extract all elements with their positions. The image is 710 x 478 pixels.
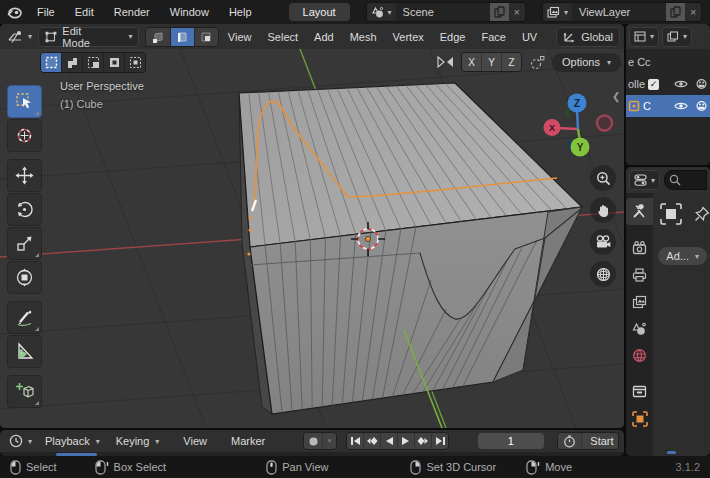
menu-edge[interactable]: Edge — [433, 28, 473, 46]
outliner-row-cube[interactable]: C — [626, 95, 710, 117]
tool-transform[interactable] — [7, 261, 42, 294]
menu-playback[interactable]: Playback▾ — [38, 432, 107, 450]
timeline-playhead[interactable] — [56, 453, 97, 456]
pan-button[interactable] — [590, 197, 616, 223]
jump-to-end-button[interactable] — [431, 433, 448, 449]
tool-annotate[interactable] — [7, 301, 42, 334]
select-extend-button[interactable] — [61, 53, 82, 72]
vertex-select-button[interactable] — [146, 28, 169, 46]
tab-world[interactable] — [626, 342, 653, 369]
properties-editor-type-button[interactable]: ▾ — [629, 170, 660, 190]
tool-cursor[interactable] — [7, 119, 42, 152]
timeline-editor-type-button[interactable]: ▾ — [5, 432, 36, 450]
menu-view[interactable]: View — [221, 28, 259, 46]
camera-view-button[interactable] — [590, 229, 616, 255]
options-dropdown[interactable]: Options ▾ — [552, 53, 621, 72]
active-object-label: (1) Cube — [60, 98, 103, 110]
tab-object[interactable] — [626, 405, 653, 432]
tool-measure[interactable] — [7, 335, 42, 368]
menu-add[interactable]: Add — [307, 28, 341, 46]
frame-start-field[interactable]: Start — [582, 433, 619, 449]
menu-select[interactable]: Select — [261, 28, 306, 46]
select-intersect-button[interactable] — [124, 53, 145, 72]
use-preview-range-button[interactable] — [558, 433, 582, 449]
scene-new-button[interactable] — [490, 3, 509, 21]
pin-icon[interactable] — [694, 206, 710, 222]
play-reverse-button[interactable] — [380, 433, 397, 449]
outliner-filter-dropdown[interactable]: ▾ — [629, 27, 659, 47]
edge-select-button[interactable] — [170, 28, 194, 46]
next-keyframe-button[interactable] — [414, 433, 431, 449]
camera-visibility-icon[interactable] — [695, 101, 708, 111]
hide-eye-icon[interactable] — [674, 79, 688, 89]
mode-dropdown[interactable]: Edit Mode ▾ — [38, 27, 139, 47]
tool-select-box[interactable] — [7, 85, 42, 118]
select-subtract-button[interactable] — [82, 53, 103, 72]
tab-view-layer[interactable] — [626, 288, 653, 315]
3d-viewport-canvas[interactable]: X Y Z Options ▾ — [0, 49, 624, 428]
collection-checkbox[interactable]: ✓ — [648, 79, 659, 90]
menu-file[interactable]: File — [28, 3, 64, 21]
menu-marker[interactable]: Marker — [224, 432, 272, 450]
select-invert-button[interactable] — [103, 53, 124, 72]
menu-window[interactable]: Window — [161, 3, 218, 21]
ortho-toggle-button[interactable] — [590, 261, 616, 287]
tool-move[interactable] — [7, 159, 42, 192]
tool-add-cube[interactable] — [7, 375, 42, 408]
orientation-dropdown[interactable]: Global — [556, 27, 620, 47]
tab-output[interactable] — [626, 261, 653, 288]
viewlayer-remove-button[interactable]: × — [685, 3, 701, 21]
play-button[interactable] — [397, 433, 414, 449]
menu-edit[interactable]: Edit — [66, 3, 103, 21]
scene-name[interactable]: Scene — [396, 3, 490, 21]
outliner-row-collection[interactable]: olle ✓ — [626, 73, 710, 95]
workspace-tab-layout[interactable]: Layout — [289, 3, 350, 21]
outliner-display-mode-dropdown[interactable]: ▾ — [662, 27, 692, 47]
menu-timeline-view[interactable]: View — [176, 432, 214, 450]
viewlayer-new-button[interactable] — [666, 3, 685, 21]
face-select-button[interactable] — [194, 28, 218, 46]
properties-search-field[interactable] — [664, 170, 707, 190]
camera-visibility-icon[interactable] — [695, 79, 708, 89]
menu-uv[interactable]: UV — [515, 28, 544, 46]
add-dropdown-button[interactable]: Ad... ▾ — [658, 247, 707, 265]
viewlayer-browse-button[interactable]: ▾ — [543, 3, 572, 21]
auto-key-dropdown[interactable]: ▾ — [322, 433, 335, 449]
current-frame-field[interactable]: 1 — [478, 433, 544, 449]
auto-key-button[interactable]: ▾ — [303, 432, 337, 450]
tool-rotate[interactable] — [7, 193, 42, 226]
menu-render[interactable]: Render — [105, 3, 159, 21]
timeline-scrub-strip[interactable] — [0, 452, 624, 456]
select-set-button[interactable] — [41, 53, 61, 72]
proportional-edit-icon[interactable] — [529, 55, 545, 70]
tool-scale[interactable] — [7, 227, 42, 260]
editor-type-button[interactable]: ▾ — [4, 28, 36, 46]
tab-scene[interactable] — [626, 315, 653, 342]
blender-logo-icon[interactable] — [6, 4, 22, 20]
tab-tool[interactable] — [626, 198, 653, 225]
jump-to-start-button[interactable] — [347, 433, 363, 449]
menu-vertex[interactable]: Vertex — [386, 28, 431, 46]
tab-collection[interactable] — [626, 378, 653, 405]
active-tool-icon[interactable] — [660, 203, 682, 225]
viewlayer-name[interactable]: ViewLayer — [572, 3, 666, 21]
zoom-button[interactable] — [590, 165, 616, 191]
menu-help[interactable]: Help — [220, 3, 261, 21]
properties-editor: ▾ — [626, 167, 710, 456]
menu-face[interactable]: Face — [474, 28, 512, 46]
mirror-z-button[interactable]: Z — [501, 53, 521, 71]
region-resize-handle[interactable] — [667, 451, 676, 454]
mirror-x-button[interactable]: X — [462, 53, 481, 71]
menu-keying[interactable]: Keying▾ — [109, 432, 167, 450]
mirror-y-button[interactable]: Y — [481, 53, 501, 71]
scene-browse-button[interactable]: ▾ — [367, 3, 396, 21]
navigation-gizmo[interactable]: Z Y X — [540, 93, 615, 163]
hide-eye-icon[interactable] — [674, 101, 688, 111]
tab-render[interactable] — [626, 234, 653, 261]
prev-keyframe-button[interactable] — [363, 433, 380, 449]
scene-unlink-button[interactable]: × — [509, 3, 525, 21]
outliner-row-scene-collection[interactable]: e Cc — [626, 51, 710, 73]
mesh-object-icon — [628, 100, 640, 112]
world-tab-icon — [632, 348, 647, 363]
menu-mesh[interactable]: Mesh — [343, 28, 384, 46]
